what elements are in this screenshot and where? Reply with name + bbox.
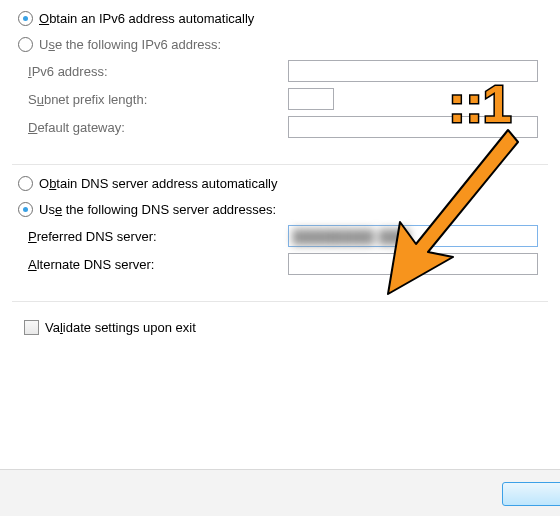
- ipv6-use-following-label: Use the following IPv6 address:: [39, 37, 221, 52]
- group-separator-2: [12, 301, 548, 302]
- ipv6-address-input: [288, 60, 538, 82]
- ipv6-obtain-auto-radio[interactable]: [18, 11, 33, 26]
- ipv6-use-following-row[interactable]: Use the following IPv6 address:: [18, 34, 542, 54]
- preferred-dns-input[interactable]: ████████ ███: [288, 225, 538, 247]
- ipv6-prefix-label: Subnet prefix length:: [18, 92, 288, 107]
- dns-obtain-auto-row[interactable]: Obtain DNS server address automatically: [18, 173, 542, 193]
- group-separator: [12, 164, 548, 165]
- preferred-dns-row: Preferred DNS server: ████████ ███: [18, 225, 542, 247]
- ipv6-properties-panel: Obtain an IPv6 address automatically Use…: [0, 0, 560, 516]
- ipv6-address-group: Obtain an IPv6 address automatically Use…: [12, 8, 548, 150]
- validate-row[interactable]: Validate settings upon exit: [24, 320, 560, 335]
- ipv6-obtain-auto-row[interactable]: Obtain an IPv6 address automatically: [18, 8, 542, 28]
- alternate-dns-row: Alternate DNS server:: [18, 253, 542, 275]
- ok-button[interactable]: [502, 482, 560, 506]
- alternate-dns-input[interactable]: [288, 253, 538, 275]
- ipv6-gateway-label: Default gateway:: [18, 120, 288, 135]
- ipv6-gateway-row: Default gateway:: [18, 116, 542, 138]
- dns-group: Obtain DNS server address automatically …: [12, 173, 548, 287]
- dns-use-following-label: Use the following DNS server addresses:: [39, 202, 276, 217]
- preferred-dns-label: Preferred DNS server:: [18, 229, 288, 244]
- dns-obtain-auto-label: Obtain DNS server address automatically: [39, 176, 277, 191]
- alternate-dns-label: Alternate DNS server:: [18, 257, 288, 272]
- dns-use-following-radio[interactable]: [18, 202, 33, 217]
- dialog-footer: [0, 469, 560, 516]
- ipv6-prefix-row: Subnet prefix length:: [18, 88, 542, 110]
- dns-use-following-row[interactable]: Use the following DNS server addresses:: [18, 199, 542, 219]
- ipv6-use-following-radio[interactable]: [18, 37, 33, 52]
- ipv6-gateway-input: [288, 116, 538, 138]
- preferred-dns-value: ████████ ███: [293, 229, 410, 244]
- ipv6-obtain-auto-label: Obtain an IPv6 address automatically: [39, 11, 254, 26]
- dns-obtain-auto-radio[interactable]: [18, 176, 33, 191]
- validate-checkbox[interactable]: [24, 320, 39, 335]
- ipv6-prefix-input: [288, 88, 334, 110]
- validate-label: Validate settings upon exit: [45, 320, 196, 335]
- ipv6-address-label: IPv6 address:: [18, 64, 288, 79]
- ipv6-address-row: IPv6 address:: [18, 60, 542, 82]
